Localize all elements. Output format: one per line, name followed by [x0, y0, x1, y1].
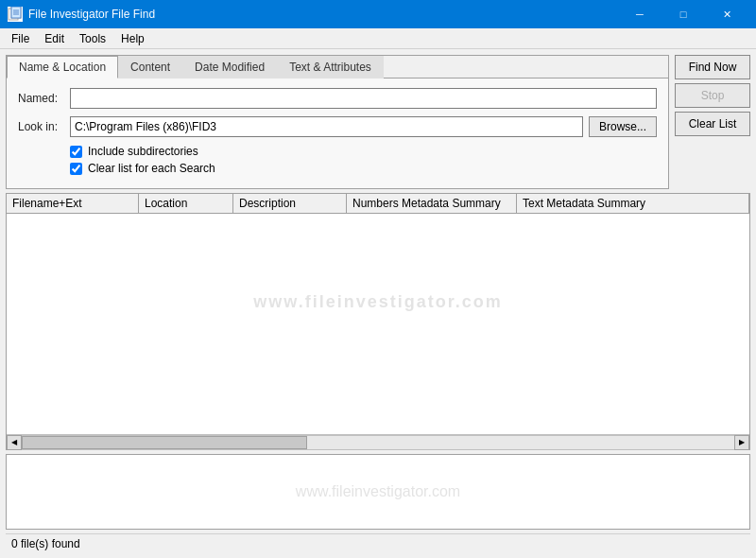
include-subdirs-checkbox[interactable]	[70, 146, 82, 158]
scroll-left-arrow[interactable]: ◀	[7, 435, 22, 450]
menu-file[interactable]: File	[4, 30, 37, 47]
statusbar: 0 file(s) found	[6, 533, 750, 552]
window-controls[interactable]: ─ □ ✕	[618, 0, 748, 28]
col-header-description: Description	[233, 194, 347, 213]
col-header-numbers: Numbers Metadata Summary	[347, 194, 517, 213]
browse-button[interactable]: Browse...	[589, 116, 657, 137]
top-panel: Name & Location Content Date Modified Te…	[6, 55, 750, 189]
status-text: 0 file(s) found	[11, 537, 80, 550]
horizontal-scrollbar[interactable]: ◀ ▶	[7, 434, 749, 449]
col-header-filename: Filename+Ext	[7, 194, 139, 213]
scroll-track[interactable]	[22, 435, 734, 450]
col-header-location: Location	[139, 194, 233, 213]
clear-list-row: Clear list for each Search	[70, 162, 657, 175]
clear-list-checkbox[interactable]	[70, 163, 82, 175]
app-title: File Investigator File Find	[28, 8, 618, 21]
find-now-button[interactable]: Find Now	[675, 55, 750, 79]
tab-content[interactable]: Content	[118, 56, 182, 78]
menu-help[interactable]: Help	[113, 30, 152, 47]
named-input[interactable]	[70, 88, 657, 109]
include-subdirs-row: Include subdirectories	[70, 145, 657, 158]
preview-watermark: www.fileinvestigator.com	[296, 483, 460, 500]
main-content: Name & Location Content Date Modified Te…	[0, 49, 756, 558]
maximize-button[interactable]: □	[662, 0, 705, 28]
col-header-text: Text Metadata Summary	[517, 194, 749, 213]
results-body[interactable]: www.fileinvestigator.com	[7, 214, 749, 434]
minimize-button[interactable]: ─	[618, 0, 662, 28]
clear-list-button[interactable]: Clear List	[675, 112, 750, 136]
close-button[interactable]: ✕	[705, 0, 748, 28]
lookin-input[interactable]	[70, 116, 583, 137]
named-row: Named:	[18, 88, 657, 109]
menubar: File Edit Tools Help	[0, 28, 756, 49]
scroll-right-arrow[interactable]: ▶	[734, 435, 749, 450]
named-label: Named:	[18, 92, 70, 105]
lookin-row: Look in: Browse...	[18, 116, 657, 137]
menu-edit[interactable]: Edit	[37, 30, 72, 47]
tab-name-location[interactable]: Name & Location	[7, 56, 118, 78]
preview-area: www.fileinvestigator.com	[6, 454, 750, 530]
tab-text-attributes[interactable]: Text & Attributes	[277, 56, 384, 78]
results-header: Filename+Ext Location Description Number…	[7, 194, 749, 214]
scroll-thumb[interactable]	[22, 436, 307, 449]
tab-content-panel: Named: Look in: Browse... Include subdir…	[7, 78, 668, 188]
menu-tools[interactable]: Tools	[72, 30, 113, 47]
buttons-panel: Find Now Stop Clear List	[675, 55, 750, 189]
clear-list-label: Clear list for each Search	[88, 162, 215, 175]
include-subdirs-label: Include subdirectories	[88, 145, 198, 158]
watermark: www.fileinvestigator.com	[253, 292, 502, 312]
tab-strip: Name & Location Content Date Modified Te…	[7, 56, 668, 78]
titlebar: File Investigator File Find ─ □ ✕	[0, 0, 756, 28]
results-area: Filename+Ext Location Description Number…	[6, 193, 750, 450]
lookin-label: Look in:	[18, 120, 70, 133]
tab-date-modified[interactable]: Date Modified	[182, 56, 277, 78]
stop-button[interactable]: Stop	[675, 83, 750, 108]
tabs-area: Name & Location Content Date Modified Te…	[6, 55, 669, 189]
app-icon	[8, 7, 23, 22]
